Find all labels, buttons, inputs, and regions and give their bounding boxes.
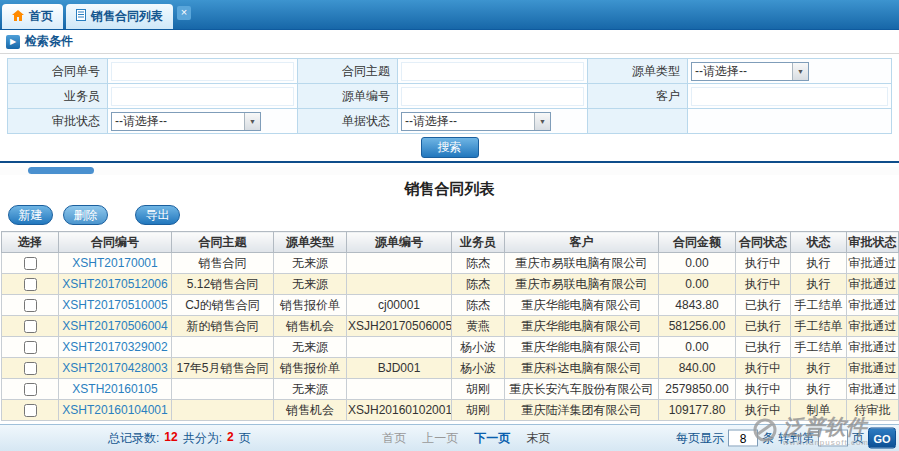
cell-salesperson: 杨小波	[452, 337, 505, 358]
row-checkbox[interactable]	[24, 341, 37, 354]
cell-contract-subject: CJ的销售合同	[172, 295, 274, 316]
cell-customer: 重庆陆洋集团有限公司	[505, 400, 659, 421]
cell-contract-status: 执行中	[736, 274, 791, 295]
horizontal-scrollbar[interactable]	[0, 167, 899, 175]
cell-status: 执行	[791, 274, 847, 295]
contract-no-input[interactable]	[111, 62, 294, 81]
contract-table: 选择合同编号合同主题源单类型源单编号业务员客户合同金额合同状态状态审批状态 XS…	[1, 231, 899, 421]
cell-contract-no: XSTH20160105	[59, 379, 172, 400]
cell-contract-status: 已执行	[736, 337, 791, 358]
cell-contract-status: 执行中	[736, 400, 791, 421]
salesperson-input[interactable]	[111, 87, 294, 106]
select-cell	[2, 358, 59, 379]
next-page-link[interactable]: 下一页	[474, 430, 510, 447]
first-page-link[interactable]: 首页	[382, 430, 406, 447]
contract-no-link[interactable]: XSHT20170510005	[62, 298, 167, 312]
label-salesperson: 业务员	[8, 84, 108, 109]
row-checkbox[interactable]	[24, 320, 37, 333]
export-button[interactable]: 导出	[135, 205, 180, 225]
close-tab-icon[interactable]: ×	[177, 6, 191, 20]
column-header-10: 审批状态	[847, 232, 899, 253]
search-header[interactable]: ▶ 检索条件	[0, 30, 899, 54]
delete-button[interactable]: 删除	[63, 205, 108, 225]
label-customer: 客户	[588, 84, 688, 109]
contract-no-link[interactable]: XSHT20170428003	[62, 361, 167, 375]
search-button[interactable]: 搜索	[421, 137, 479, 158]
customer-input[interactable]	[691, 87, 888, 106]
goto-page-label: 转到第	[778, 430, 814, 447]
field-contract-no	[108, 59, 298, 84]
cell-salesperson: 胡刚	[452, 400, 505, 421]
label-source-no: 源单编号	[298, 84, 398, 109]
cell-source-type: 无来源	[274, 274, 347, 295]
row-checkbox[interactable]	[24, 299, 37, 312]
tab-contract-list-label: 销售合同列表	[91, 8, 163, 25]
field-empty	[688, 109, 892, 134]
search-button-row: 搜索	[0, 134, 899, 161]
cell-source-type: 无来源	[274, 379, 347, 400]
cell-salesperson: 黄燕	[452, 316, 505, 337]
tab-home[interactable]: 首页	[2, 4, 63, 29]
cell-contract-amount: 0.00	[659, 253, 736, 274]
label-contract-no: 合同单号	[8, 59, 108, 84]
table-row: XSHT20160104001销售机会XSJH20160102001胡刚重庆陆洋…	[2, 400, 899, 421]
goto-page-input[interactable]	[818, 430, 848, 447]
approval-status-select[interactable]: --请选择-- ▼	[111, 112, 261, 131]
cell-approval-status: 待审批	[847, 400, 899, 421]
row-checkbox[interactable]	[24, 257, 37, 270]
contract-no-link[interactable]: XSHT20170512006	[62, 277, 167, 291]
cell-customer: 重庆长安汽车股份有限公司	[505, 379, 659, 400]
field-source-no	[398, 84, 588, 109]
per-page-input[interactable]	[728, 430, 758, 447]
new-button[interactable]: 新建	[8, 205, 53, 225]
per-page-label: 每页显示	[676, 430, 724, 447]
prev-page-link[interactable]: 上一页	[422, 430, 458, 447]
cell-contract-amount: 840.00	[659, 358, 736, 379]
tab-sales-contract-list[interactable]: 销售合同列表	[66, 4, 173, 29]
cell-status: 制单	[791, 400, 847, 421]
cell-approval-status: 审批通过	[847, 337, 899, 358]
search-panel: ▶ 检索条件 合同单号 合同主题 源单类型 --请选择-- ▼ 业务员	[0, 30, 899, 163]
table-row: XSHT2017042800317年5月销售合同销售报价单BJD001杨小波重庆…	[2, 358, 899, 379]
cell-status: 手工结单	[791, 295, 847, 316]
contract-no-link[interactable]: XSHT20170001	[72, 256, 157, 270]
cell-source-type: 无来源	[274, 253, 347, 274]
row-checkbox[interactable]	[24, 383, 37, 396]
go-button[interactable]: GO	[868, 428, 896, 449]
total-records-value: 12	[164, 430, 177, 447]
row-checkbox[interactable]	[24, 404, 37, 417]
cell-contract-no: XSHT20170428003	[59, 358, 172, 379]
search-form: 合同单号 合同主题 源单类型 --请选择-- ▼ 业务员 源单编号 客户	[7, 58, 892, 134]
cell-contract-status: 已执行	[736, 295, 791, 316]
cell-source-no: cj00001	[347, 295, 452, 316]
last-page-link[interactable]: 末页	[526, 430, 550, 447]
cell-status: 执行	[791, 358, 847, 379]
cell-contract-status: 执行中	[736, 379, 791, 400]
contract-no-link[interactable]: XSHT20170329002	[62, 340, 167, 354]
field-customer	[688, 84, 892, 109]
subject-input[interactable]	[401, 62, 584, 81]
doc-status-select[interactable]: --请选择-- ▼	[401, 112, 551, 131]
scrollbar-thumb[interactable]	[28, 167, 94, 174]
table-row: XSHT20170329002无来源杨小波重庆华能电脑有限公司0.00已执行手工…	[2, 337, 899, 358]
cell-salesperson: 陈杰	[452, 274, 505, 295]
select-cell	[2, 379, 59, 400]
column-header-7: 合同金额	[659, 232, 736, 253]
column-header-5: 业务员	[452, 232, 505, 253]
contract-no-link[interactable]: XSHT20160104001	[62, 403, 167, 417]
contract-no-link[interactable]: XSTH20160105	[72, 382, 157, 396]
cell-source-no: XSJH20170506005	[347, 316, 452, 337]
column-header-4: 源单编号	[347, 232, 452, 253]
source-type-select[interactable]: --请选择-- ▼	[691, 62, 809, 81]
row-checkbox[interactable]	[24, 278, 37, 291]
row-checkbox[interactable]	[24, 362, 37, 375]
cell-approval-status: 审批通过	[847, 358, 899, 379]
contract-no-link[interactable]: XSHT20170506004	[62, 319, 167, 333]
cell-contract-subject	[172, 400, 274, 421]
cell-source-no	[347, 337, 452, 358]
source-no-input[interactable]	[401, 87, 584, 106]
cell-customer: 重庆市易联电脑有限公司	[505, 274, 659, 295]
select-cell	[2, 253, 59, 274]
cell-contract-subject: 销售合同	[172, 253, 274, 274]
dropdown-arrow-icon: ▼	[792, 63, 808, 80]
